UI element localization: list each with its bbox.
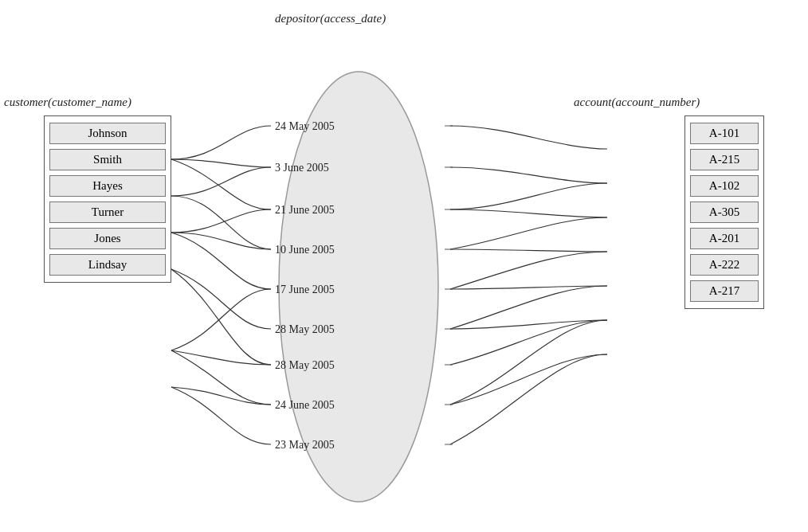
account-a305: A-305	[690, 201, 759, 223]
svg-text:28 May 2005: 28 May 2005	[275, 359, 335, 371]
svg-text:10 June 2005: 10 June 2005	[275, 244, 335, 256]
customer-hayes: Hayes	[49, 175, 166, 197]
account-title: account(account_number)	[574, 96, 700, 109]
account-a222: A-222	[690, 254, 759, 276]
svg-text:17 June 2005: 17 June 2005	[275, 284, 335, 295]
svg-text:3 June 2005: 3 June 2005	[275, 162, 329, 174]
account-a102: A-102	[690, 175, 759, 197]
customer-lindsay: Lindsay	[49, 254, 166, 276]
account-box: A-101 A-215 A-102 A-305 A-201 A-222 A-21…	[684, 115, 764, 309]
customer-johnson: Johnson	[49, 123, 166, 144]
customer-jones: Jones	[49, 228, 166, 249]
customer-smith: Smith	[49, 149, 166, 170]
svg-text:24 June 2005: 24 June 2005	[275, 399, 335, 411]
customer-turner: Turner	[49, 201, 166, 223]
account-a201: A-201	[690, 228, 759, 249]
customer-title: customer(customer_name)	[4, 96, 131, 109]
depositor-title: depositor(access_date)	[275, 12, 386, 25]
account-a217: A-217	[690, 280, 759, 302]
account-a215: A-215	[690, 149, 759, 170]
customer-box: Johnson Smith Hayes Turner Jones Lindsay	[44, 115, 171, 283]
svg-text:21 June 2005: 21 June 2005	[275, 204, 335, 216]
account-a101: A-101	[690, 123, 759, 144]
svg-text:28 May 2005: 28 May 2005	[275, 323, 335, 335]
svg-text:23 May 2005: 23 May 2005	[275, 439, 335, 451]
svg-text:24 May 2005: 24 May 2005	[275, 120, 335, 132]
